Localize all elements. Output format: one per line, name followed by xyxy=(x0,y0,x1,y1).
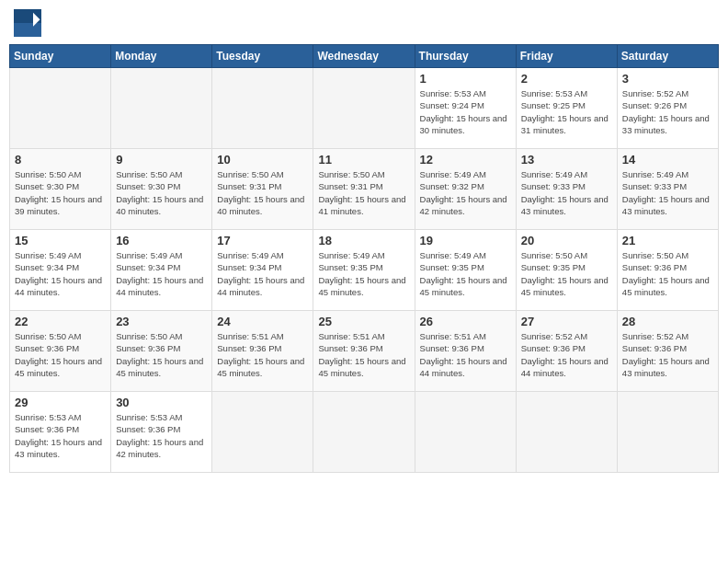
day-detail: Sunrise: 5:50 AM Sunset: 9:35 PM Dayligh… xyxy=(521,249,612,298)
calendar-cell: 24Sunrise: 5:51 AM Sunset: 9:36 PM Dayli… xyxy=(212,311,313,392)
weekday-header-saturday: Saturday xyxy=(617,45,718,68)
day-detail: Sunrise: 5:51 AM Sunset: 9:36 PM Dayligh… xyxy=(217,330,308,379)
weekday-header-monday: Monday xyxy=(111,45,212,68)
day-number: 12 xyxy=(420,153,511,167)
calendar-week-row: 22Sunrise: 5:50 AM Sunset: 9:36 PM Dayli… xyxy=(10,311,719,392)
day-detail: Sunrise: 5:50 AM Sunset: 9:36 PM Dayligh… xyxy=(622,249,713,298)
day-number: 8 xyxy=(15,153,106,167)
day-number: 30 xyxy=(116,396,207,409)
calendar-cell: 20Sunrise: 5:50 AM Sunset: 9:35 PM Dayli… xyxy=(516,230,617,311)
weekday-header-wednesday: Wednesday xyxy=(313,45,415,68)
calendar-cell xyxy=(212,68,313,149)
weekday-header-sunday: Sunday xyxy=(10,45,111,68)
calendar-cell: 10Sunrise: 5:50 AM Sunset: 9:31 PM Dayli… xyxy=(212,149,313,230)
day-detail: Sunrise: 5:50 AM Sunset: 9:31 PM Dayligh… xyxy=(217,168,308,217)
calendar-week-row: 1Sunrise: 5:53 AM Sunset: 9:24 PM Daylig… xyxy=(10,68,719,149)
day-detail: Sunrise: 5:51 AM Sunset: 9:36 PM Dayligh… xyxy=(420,330,511,379)
day-number: 14 xyxy=(622,153,713,167)
day-number: 27 xyxy=(521,315,612,328)
day-number: 13 xyxy=(521,153,612,167)
day-detail: Sunrise: 5:50 AM Sunset: 9:30 PM Dayligh… xyxy=(15,168,106,217)
calendar-cell: 19Sunrise: 5:49 AM Sunset: 9:35 PM Dayli… xyxy=(415,230,516,311)
day-number: 24 xyxy=(217,315,308,328)
day-detail: Sunrise: 5:49 AM Sunset: 9:33 PM Dayligh… xyxy=(521,168,612,217)
day-number: 22 xyxy=(15,315,106,328)
calendar-cell: 16Sunrise: 5:49 AM Sunset: 9:34 PM Dayli… xyxy=(111,230,212,311)
calendar-week-row: 15Sunrise: 5:49 AM Sunset: 9:34 PM Dayli… xyxy=(10,230,719,311)
calendar-cell: 30Sunrise: 5:53 AM Sunset: 9:36 PM Dayli… xyxy=(111,392,212,473)
day-detail: Sunrise: 5:49 AM Sunset: 9:34 PM Dayligh… xyxy=(15,249,106,298)
calendar-cell: 22Sunrise: 5:50 AM Sunset: 9:36 PM Dayli… xyxy=(10,311,111,392)
calendar-cell xyxy=(617,392,718,473)
calendar-cell xyxy=(313,392,415,473)
page-header xyxy=(9,9,719,37)
calendar-cell: 1Sunrise: 5:53 AM Sunset: 9:24 PM Daylig… xyxy=(415,68,516,149)
day-number: 28 xyxy=(622,315,713,328)
day-detail: Sunrise: 5:50 AM Sunset: 9:31 PM Dayligh… xyxy=(318,168,409,217)
day-detail: Sunrise: 5:53 AM Sunset: 9:24 PM Dayligh… xyxy=(420,87,511,136)
calendar-cell: 14Sunrise: 5:49 AM Sunset: 9:33 PM Dayli… xyxy=(617,149,718,230)
calendar-cell xyxy=(111,68,212,149)
day-number: 29 xyxy=(15,396,106,409)
calendar-cell: 11Sunrise: 5:50 AM Sunset: 9:31 PM Dayli… xyxy=(313,149,415,230)
calendar-cell: 21Sunrise: 5:50 AM Sunset: 9:36 PM Dayli… xyxy=(617,230,718,311)
calendar-cell: 29Sunrise: 5:53 AM Sunset: 9:36 PM Dayli… xyxy=(10,392,111,473)
calendar-cell: 28Sunrise: 5:52 AM Sunset: 9:36 PM Dayli… xyxy=(617,311,718,392)
day-detail: Sunrise: 5:49 AM Sunset: 9:35 PM Dayligh… xyxy=(318,249,409,298)
calendar-cell: 18Sunrise: 5:49 AM Sunset: 9:35 PM Dayli… xyxy=(313,230,415,311)
day-number: 9 xyxy=(116,153,207,167)
day-number: 3 xyxy=(622,72,713,86)
weekday-header-friday: Friday xyxy=(516,45,617,68)
day-number: 16 xyxy=(116,234,207,247)
calendar-cell xyxy=(212,392,313,473)
day-detail: Sunrise: 5:52 AM Sunset: 9:36 PM Dayligh… xyxy=(521,330,612,379)
calendar-cell: 15Sunrise: 5:49 AM Sunset: 9:34 PM Dayli… xyxy=(10,230,111,311)
day-number: 19 xyxy=(420,234,511,247)
calendar-cell: 13Sunrise: 5:49 AM Sunset: 9:33 PM Dayli… xyxy=(516,149,617,230)
calendar-week-row: 8Sunrise: 5:50 AM Sunset: 9:30 PM Daylig… xyxy=(10,149,719,230)
calendar-cell: 8Sunrise: 5:50 AM Sunset: 9:30 PM Daylig… xyxy=(10,149,111,230)
calendar-header-row: SundayMondayTuesdayWednesdayThursdayFrid… xyxy=(10,45,719,68)
day-detail: Sunrise: 5:52 AM Sunset: 9:26 PM Dayligh… xyxy=(622,87,713,136)
day-detail: Sunrise: 5:53 AM Sunset: 9:25 PM Dayligh… xyxy=(521,87,612,136)
day-detail: Sunrise: 5:53 AM Sunset: 9:36 PM Dayligh… xyxy=(116,411,207,460)
weekday-header-tuesday: Tuesday xyxy=(212,45,313,68)
calendar-cell xyxy=(313,68,415,149)
day-number: 26 xyxy=(420,315,511,328)
calendar-cell: 25Sunrise: 5:51 AM Sunset: 9:36 PM Dayli… xyxy=(313,311,415,392)
day-detail: Sunrise: 5:49 AM Sunset: 9:32 PM Dayligh… xyxy=(420,168,511,217)
day-detail: Sunrise: 5:50 AM Sunset: 9:30 PM Dayligh… xyxy=(116,168,207,217)
day-detail: Sunrise: 5:53 AM Sunset: 9:36 PM Dayligh… xyxy=(15,411,106,460)
day-number: 15 xyxy=(15,234,106,247)
calendar-cell xyxy=(415,392,516,473)
calendar-cell: 2Sunrise: 5:53 AM Sunset: 9:25 PM Daylig… xyxy=(516,68,617,149)
day-number: 21 xyxy=(622,234,713,247)
day-detail: Sunrise: 5:51 AM Sunset: 9:36 PM Dayligh… xyxy=(318,330,409,379)
svg-rect-1 xyxy=(14,23,41,37)
calendar-cell xyxy=(10,68,111,149)
day-number: 11 xyxy=(318,153,409,167)
day-number: 10 xyxy=(217,153,308,167)
day-detail: Sunrise: 5:49 AM Sunset: 9:34 PM Dayligh… xyxy=(217,249,308,298)
calendar-table: SundayMondayTuesdayWednesdayThursdayFrid… xyxy=(9,44,719,473)
calendar-week-row: 29Sunrise: 5:53 AM Sunset: 9:36 PM Dayli… xyxy=(10,392,719,473)
calendar-cell: 12Sunrise: 5:49 AM Sunset: 9:32 PM Dayli… xyxy=(415,149,516,230)
day-detail: Sunrise: 5:52 AM Sunset: 9:36 PM Dayligh… xyxy=(622,330,713,379)
calendar-cell: 9Sunrise: 5:50 AM Sunset: 9:30 PM Daylig… xyxy=(111,149,212,230)
day-number: 25 xyxy=(318,315,409,328)
day-number: 17 xyxy=(217,234,308,247)
day-detail: Sunrise: 5:49 AM Sunset: 9:34 PM Dayligh… xyxy=(116,249,207,298)
calendar-cell: 23Sunrise: 5:50 AM Sunset: 9:36 PM Dayli… xyxy=(111,311,212,392)
day-number: 23 xyxy=(116,315,207,328)
calendar-cell: 26Sunrise: 5:51 AM Sunset: 9:36 PM Dayli… xyxy=(415,311,516,392)
logo xyxy=(14,9,45,37)
day-number: 1 xyxy=(420,72,511,86)
calendar-cell xyxy=(516,392,617,473)
day-number: 2 xyxy=(521,72,612,86)
day-detail: Sunrise: 5:50 AM Sunset: 9:36 PM Dayligh… xyxy=(116,330,207,379)
calendar-cell: 17Sunrise: 5:49 AM Sunset: 9:34 PM Dayli… xyxy=(212,230,313,311)
calendar-cell: 27Sunrise: 5:52 AM Sunset: 9:36 PM Dayli… xyxy=(516,311,617,392)
day-number: 20 xyxy=(521,234,612,247)
weekday-header-thursday: Thursday xyxy=(415,45,516,68)
day-detail: Sunrise: 5:49 AM Sunset: 9:35 PM Dayligh… xyxy=(420,249,511,298)
